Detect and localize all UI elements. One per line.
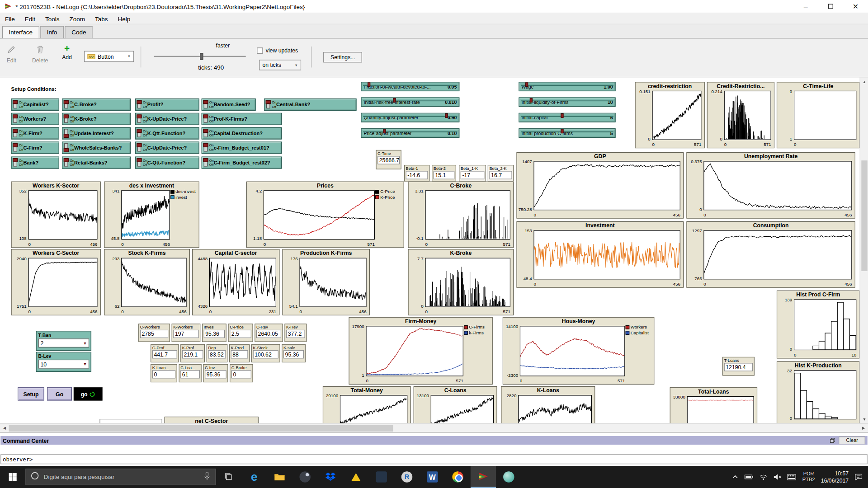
- horizontal-scroll-thumb[interactable]: [9, 425, 393, 432]
- tab-info[interactable]: Info: [40, 26, 64, 38]
- edit-tool-button[interactable]: Edit: [7, 45, 16, 63]
- steam-icon[interactable]: [292, 466, 318, 488]
- switch-toggle[interactable]: OnOff: [13, 143, 23, 153]
- switch-rest02[interactable]: OnOffC-Firm_Budget_rest02?: [202, 157, 282, 169]
- switch-toggle[interactable]: OnOff: [137, 143, 147, 153]
- slider-handle[interactable]: [445, 113, 448, 118]
- switch-toggle[interactable]: OnOff: [266, 99, 276, 109]
- r-icon[interactable]: R: [394, 466, 420, 488]
- switch-handle[interactable]: [64, 114, 69, 118]
- chooser-blev[interactable]: B-Lev10▼: [36, 352, 91, 372]
- switch-capdes[interactable]: OnOffCapital-Destruction?: [202, 127, 282, 140]
- button-setup[interactable]: Setup: [18, 387, 44, 400]
- switch-toggle[interactable]: OnOff: [137, 128, 147, 138]
- switch-bank[interactable]: OnOffBank?: [11, 157, 59, 169]
- switch-toggle[interactable]: OnOff: [203, 143, 213, 153]
- scroll-down-arrow[interactable]: ▼: [860, 415, 868, 423]
- switch-handle[interactable]: [137, 143, 142, 147]
- chrome-icon[interactable]: [445, 466, 470, 488]
- add-tool-button[interactable]: + Add: [62, 45, 72, 60]
- microphone-icon[interactable]: [203, 471, 211, 482]
- menu-zoom[interactable]: Zoom: [65, 14, 90, 23]
- switch-toggle[interactable]: OnOff: [64, 99, 74, 109]
- switch-cqtt[interactable]: OnOffC-Qtt-Function?: [135, 157, 199, 169]
- switch-handle[interactable]: [203, 143, 208, 147]
- switch-kupd[interactable]: OnOffK-UpDate-Price?: [135, 113, 199, 125]
- export-icon[interactable]: [830, 438, 835, 443]
- settings-button[interactable]: Settings...: [323, 52, 362, 62]
- switch-handle[interactable]: [203, 129, 208, 133]
- network-icon[interactable]: [760, 474, 768, 480]
- switch-toggle[interactable]: OnOff: [137, 114, 147, 124]
- switch-toggle[interactable]: OnOff: [13, 114, 23, 124]
- clock[interactable]: 10:57 16/06/2017: [821, 470, 849, 484]
- slider-wage[interactable]: Wage1.00: [519, 82, 615, 91]
- chooser-value-box[interactable]: 2▼: [38, 338, 89, 347]
- switch-toggle[interactable]: OnOff: [203, 114, 213, 124]
- netlogo-taskbar-icon[interactable]: [471, 466, 496, 488]
- slider-qadj[interactable]: Quantity-adjust-parameter0.90: [361, 113, 459, 122]
- search-input[interactable]: [44, 474, 199, 480]
- menu-tabs[interactable]: Tabs: [90, 14, 113, 23]
- switch-capitalist[interactable]: OnOffCapitalist?: [11, 99, 59, 111]
- switch-handle[interactable]: [64, 134, 69, 138]
- slider-liq[interactable]: Initial-liquidity-of-Firms10: [519, 98, 615, 107]
- speed-slider[interactable]: [154, 56, 245, 57]
- tab-code[interactable]: Code: [65, 26, 93, 38]
- switch-cupd[interactable]: OnOffC-UpDate-Price?: [135, 141, 199, 154]
- switch-handle[interactable]: [64, 148, 69, 152]
- battery-icon[interactable]: [745, 474, 754, 479]
- switch-handle[interactable]: [203, 100, 208, 104]
- switch-toggle[interactable]: OnOff: [137, 158, 147, 168]
- view-updates-checkbox[interactable]: [257, 47, 263, 53]
- button-go[interactable]: Go: [47, 387, 72, 400]
- speed-slider-handle[interactable]: [200, 53, 203, 60]
- slider-handle[interactable]: [561, 129, 564, 133]
- switch-whole[interactable]: OnOffWholeSales-Banks?: [62, 141, 131, 154]
- horizontal-scrollbar[interactable]: ◀ ▶: [0, 423, 868, 432]
- command-input[interactable]: [33, 456, 867, 462]
- update-mode-dropdown[interactable]: on ticks ▼: [259, 60, 301, 70]
- scroll-up-arrow[interactable]: ▲: [860, 77, 868, 85]
- close-button[interactable]: ✕: [843, 0, 868, 13]
- switch-toggle[interactable]: OnOff: [203, 128, 213, 138]
- vertical-scrollbar[interactable]: ▲ ▼: [860, 77, 868, 423]
- slider-handle[interactable]: [368, 82, 370, 87]
- file-explorer-icon[interactable]: [267, 466, 292, 488]
- switch-handle[interactable]: [13, 143, 18, 147]
- switch-retail[interactable]: OnOffRetail-Banks?: [62, 157, 131, 169]
- taskbar-search[interactable]: [25, 469, 216, 485]
- switch-handle[interactable]: [64, 100, 69, 104]
- switch-toggle[interactable]: OnOff: [137, 99, 147, 109]
- switch-handle[interactable]: [137, 129, 142, 133]
- edge-icon[interactable]: e: [241, 466, 267, 488]
- switch-toggle[interactable]: OnOff: [13, 158, 23, 168]
- switch-handle[interactable]: [137, 114, 142, 118]
- slider-handle[interactable]: [530, 98, 533, 103]
- switch-toggle[interactable]: OnOff: [64, 158, 74, 168]
- switch-toggle[interactable]: OnOff: [64, 143, 74, 153]
- switch-handle[interactable]: [137, 100, 142, 104]
- slider-risk[interactable]: Initial-risk-free-interest-rate0.010: [361, 98, 459, 107]
- scroll-left-arrow[interactable]: ◀: [0, 424, 9, 433]
- language-indicator[interactable]: POR PTB2: [802, 471, 815, 483]
- yellow-app-icon[interactable]: [343, 466, 368, 488]
- slider-frac[interactable]: Fraction-of-wealth-devoted-to-...0.05: [361, 82, 459, 91]
- slider-iprod[interactable]: Initial-production-C-firms5: [519, 128, 615, 138]
- menu-edit[interactable]: Edit: [20, 14, 40, 23]
- menu-help[interactable]: Help: [113, 14, 136, 23]
- menu-file[interactable]: File: [0, 14, 20, 23]
- slider-handle[interactable]: [383, 129, 386, 133]
- slider-padj[interactable]: Price-adjust-parameter0.10: [361, 128, 459, 138]
- switch-toggle[interactable]: OnOff: [203, 158, 213, 168]
- switch-kbroke[interactable]: OnOffK-Broke?: [62, 113, 131, 125]
- chooser-tban[interactable]: T-Ban2▼: [36, 331, 91, 351]
- menu-tools[interactable]: Tools: [40, 14, 64, 23]
- switch-toggle[interactable]: OnOff: [13, 128, 23, 138]
- switch-rseed[interactable]: OnOffRandom-Seed?: [202, 99, 256, 111]
- switch-updint[interactable]: OnOffUpdate-Interest?: [62, 127, 131, 140]
- switch-handle[interactable]: [137, 158, 142, 162]
- switch-toggle[interactable]: OnOff: [64, 114, 74, 124]
- clear-button[interactable]: Clear: [839, 436, 865, 444]
- notifications-icon[interactable]: [855, 474, 863, 480]
